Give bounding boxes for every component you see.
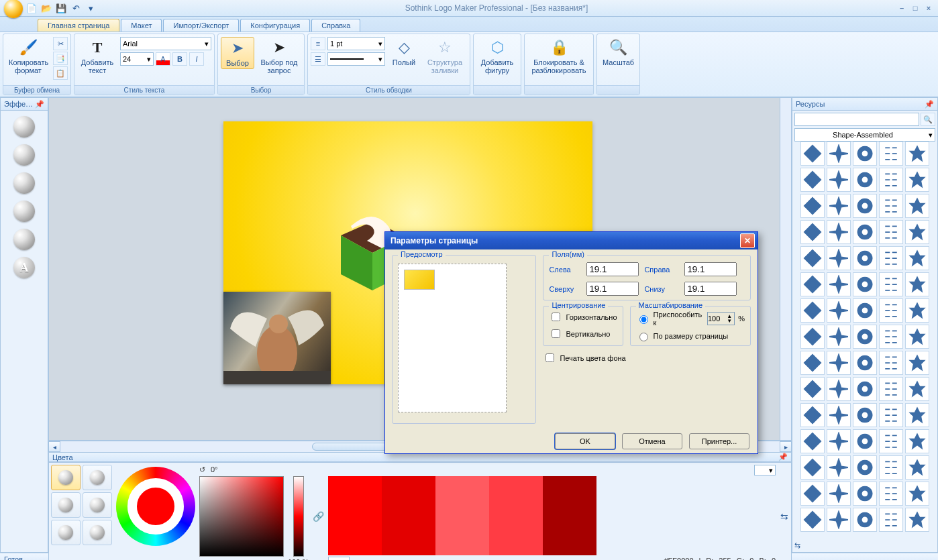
dialog-close-button[interactable]: ✕ (740, 233, 755, 248)
shape-item[interactable] (905, 272, 929, 296)
by-page-radio[interactable]: По размеру страницы (636, 331, 745, 341)
shape-item[interactable] (905, 298, 929, 323)
tab-import-export[interactable]: Импорт/Экспорт (163, 19, 239, 32)
shape-item[interactable] (800, 403, 825, 427)
shape-item[interactable] (827, 377, 851, 401)
shape-item[interactable] (879, 377, 903, 401)
shape-item[interactable] (800, 220, 825, 244)
shape-item[interactable] (827, 403, 851, 427)
maximize-button[interactable]: □ (910, 3, 921, 13)
tab-layout[interactable]: Макет (121, 19, 162, 32)
center-vertical-checkbox[interactable]: Вертикально (549, 327, 617, 340)
image-angel[interactable] (223, 292, 331, 384)
add-text-button[interactable]: T Добавить текст (77, 37, 117, 76)
shape-item[interactable] (905, 325, 929, 349)
font-combo[interactable]: Arial▾ (120, 37, 211, 50)
line-style-combo[interactable]: ▾ (327, 52, 385, 66)
shape-item[interactable] (853, 508, 877, 532)
line-style-icon[interactable]: ☰ (311, 52, 325, 66)
shape-item[interactable] (853, 482, 877, 506)
value-bar[interactable] (293, 476, 304, 557)
search-button[interactable]: 🔍 (921, 113, 935, 126)
select-button[interactable]: ➤ Выбор (221, 37, 254, 69)
line-weight-combo[interactable]: 1 pt▾ (327, 37, 385, 50)
fit-value-spinner[interactable]: 100▲▼ (707, 312, 735, 325)
shape-item[interactable] (879, 325, 903, 349)
shape-item[interactable] (800, 351, 825, 375)
effect-item-4[interactable] (13, 201, 35, 222)
shape-item[interactable] (827, 168, 851, 192)
shape-item[interactable] (853, 220, 877, 244)
shape-item[interactable] (800, 298, 825, 323)
color-mode-4[interactable] (83, 492, 112, 518)
swatch-5[interactable] (543, 476, 596, 555)
shape-item[interactable] (853, 325, 877, 349)
select-by-query-button[interactable]: ➤ Выбор под запрос (257, 37, 301, 76)
resource-category-combo[interactable]: Shape-Assembled▾ (794, 128, 935, 142)
shape-item[interactable] (905, 429, 929, 453)
shape-item[interactable] (853, 246, 877, 270)
pin-icon[interactable]: 📌 (778, 453, 788, 461)
bold-button[interactable]: B (172, 52, 187, 66)
shape-item[interactable] (879, 455, 903, 480)
shape-item[interactable] (879, 298, 903, 323)
shape-item[interactable] (827, 508, 851, 532)
shape-item[interactable] (879, 168, 903, 192)
shape-item[interactable] (800, 168, 825, 192)
shape-item[interactable] (879, 429, 903, 453)
cancel-button[interactable]: Отмена (622, 433, 682, 449)
effect-item-5[interactable] (13, 229, 35, 250)
shape-item[interactable] (827, 455, 851, 480)
shape-item[interactable] (853, 455, 877, 480)
scroll-left[interactable]: ◂ (48, 441, 60, 452)
printer-button[interactable]: Принтер... (689, 433, 749, 449)
pin-icon[interactable]: 📌 (925, 100, 934, 109)
tab-home[interactable]: Главная страница (38, 19, 119, 32)
center-horizontal-checkbox[interactable]: Горизонтально (549, 311, 617, 323)
close-button[interactable]: × (923, 3, 934, 13)
shape-item[interactable] (800, 142, 825, 166)
effect-item-3[interactable] (13, 172, 35, 194)
italic-button[interactable]: I (189, 52, 204, 66)
copy-button[interactable]: 📑 (53, 52, 68, 65)
lock-unlock-button[interactable]: 🔒 Блокировать & разблокировать (527, 37, 590, 76)
rotate-ccw-icon[interactable]: ↺ (199, 465, 205, 474)
shape-item[interactable] (879, 194, 903, 218)
line-weight-icon[interactable]: ≡ (311, 37, 325, 50)
shape-item[interactable] (827, 298, 851, 323)
shape-item[interactable] (800, 455, 825, 480)
shape-item[interactable] (853, 272, 877, 296)
effect-item-1[interactable] (13, 116, 35, 137)
shape-item[interactable] (905, 220, 929, 244)
shape-item[interactable] (905, 482, 929, 506)
margin-top-input[interactable] (586, 282, 639, 296)
shape-item[interactable] (905, 377, 929, 401)
tab-config[interactable]: Конфигурация (240, 19, 310, 32)
shape-item[interactable] (800, 246, 825, 270)
shape-item[interactable] (800, 482, 825, 506)
swatch-2[interactable] (382, 476, 435, 555)
shape-item[interactable] (905, 508, 929, 532)
vscrollbar[interactable] (780, 98, 791, 440)
ok-button[interactable]: OK (555, 433, 615, 449)
hue-wheel[interactable] (116, 467, 195, 546)
shape-item[interactable] (853, 142, 877, 166)
color-mode-1[interactable] (51, 465, 81, 490)
shape-item[interactable] (879, 246, 903, 270)
swatch-opts[interactable]: ▾ (328, 557, 350, 560)
shape-item[interactable] (853, 403, 877, 427)
shape-item[interactable] (853, 377, 877, 401)
fit-to-radio[interactable]: Приспособить к 100▲▼ % (636, 311, 745, 327)
color-mode-6[interactable] (83, 520, 112, 545)
shape-item[interactable] (905, 455, 929, 480)
hollow-button[interactable]: ◇ Полый (388, 37, 420, 68)
minimize-button[interactable]: – (896, 3, 907, 13)
color-mode-5[interactable] (51, 520, 81, 545)
shape-item[interactable] (827, 325, 851, 349)
swatch-menu[interactable]: ▾ (754, 465, 776, 475)
expand-colors-icon[interactable]: ⇆ (780, 511, 788, 522)
add-shape-button[interactable]: ⬡ Добавить фигуру (476, 37, 518, 76)
resource-search-input[interactable] (794, 113, 919, 126)
shape-item[interactable] (853, 298, 877, 323)
shape-item[interactable] (905, 194, 929, 218)
